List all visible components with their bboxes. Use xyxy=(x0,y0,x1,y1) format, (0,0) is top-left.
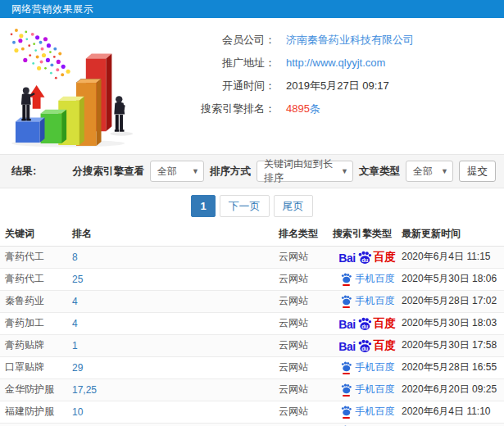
company-field: 会员公司： 济南秦鲁药业科技有限公司 xyxy=(144,33,414,47)
mobile-baidu-logo: 手机百度 xyxy=(340,360,395,374)
engine-type-cell: Baidu百度 xyxy=(333,334,402,356)
growth-arrow-icon xyxy=(29,85,45,109)
engine-type-cell: 手机百度 xyxy=(333,423,402,426)
chevron-down-icon: ▼ xyxy=(192,167,199,175)
last-page-button[interactable]: 尾页 xyxy=(274,195,313,217)
next-page-button[interactable]: 下一页 xyxy=(220,195,270,217)
keyword-cell: 秦鲁药业 xyxy=(0,290,72,312)
rank-cell[interactable]: 25 xyxy=(72,268,279,290)
keyword-cell: 膏药贴牌 xyxy=(0,334,72,356)
updated-cell: 2020年5月30日 18:03 xyxy=(402,312,504,334)
sort-value: 关键词由短到长排序 xyxy=(264,157,336,185)
table-row: 膏药代工 8 云网站 Baidu百度 2020年6月4日 11:15 xyxy=(0,246,504,268)
rank-cell[interactable]: 10 xyxy=(72,401,279,423)
chevron-down-icon: ▼ xyxy=(441,167,448,175)
engine-type-cell: Baidu百度 xyxy=(333,312,402,334)
mobile-baidu-redline xyxy=(343,306,350,308)
filter-bar: 结果: 分搜索引擎查看 全部 ▼ 排序方式 关键词由短到长排序 ▼ 文章类型 全… xyxy=(0,154,504,188)
engine-filter-select[interactable]: 全部 ▼ xyxy=(150,161,204,182)
table-body: 膏药代工 8 云网站 Baidu百度 2020年6月4日 11:15 膏药代工 … xyxy=(0,246,504,426)
engine-filter-label: 分搜索引擎查看 xyxy=(73,165,145,179)
table-row: 膏药代工 25 云网站 手机百度 2020年5月30日 18:06 xyxy=(0,268,504,290)
rank-type-cell: 云网站 xyxy=(279,268,333,290)
col-rank-type: 排名类型 xyxy=(279,223,333,246)
updated-cell xyxy=(402,423,504,426)
engine-type-cell: 手机百度 xyxy=(333,401,402,423)
rank-cell[interactable]: 29 xyxy=(72,356,279,378)
engine-type-cell: 手机百度 xyxy=(333,378,402,401)
rank-type-cell: 云网站 xyxy=(279,246,333,268)
updated-cell: 2020年6月4日 11:15 xyxy=(402,246,504,268)
keyword-cell: 口罩贴牌 xyxy=(0,356,72,378)
rank-type-cell: 云网站 xyxy=(279,378,333,401)
engine-type-cell: 手机百度 xyxy=(333,290,402,312)
updated-cell: 2020年5月30日 18:06 xyxy=(402,268,504,290)
updated-cell: 2020年5月28日 16:55 xyxy=(402,356,504,378)
rank-type-cell: 云网站 xyxy=(279,401,333,423)
svg-text:du: du xyxy=(361,345,368,351)
submit-button[interactable]: 提交 xyxy=(459,161,496,182)
col-rank: 排名 xyxy=(72,223,279,246)
col-engine-type: 搜索引擎类型 xyxy=(333,223,402,246)
baidu-paw-icon: du xyxy=(356,251,373,265)
rank-type-cell: 云网站 xyxy=(279,356,333,378)
account-info-section: 会员公司： 济南秦鲁药业科技有限公司 推广地址： http://www.qlyy… xyxy=(0,18,504,147)
keyword-cell: 福建防护服 xyxy=(0,401,72,423)
rank-cell[interactable]: 8 xyxy=(72,246,279,268)
mobile-baidu-logo: 手机百度 xyxy=(340,383,395,397)
businessman-figure-right xyxy=(114,96,125,132)
rank-cell[interactable]: 4 xyxy=(72,312,279,334)
mobile-baidu-logo: 手机百度 xyxy=(340,294,395,308)
rank-type-cell: 云网站 xyxy=(279,290,333,312)
engine-type-cell: 手机百度 xyxy=(333,356,402,378)
bar-chart-clipart xyxy=(3,26,144,147)
mobile-baidu-paw-icon xyxy=(340,383,352,394)
mobile-baidu-redline xyxy=(343,373,350,374)
chevron-down-icon: ▼ xyxy=(341,167,348,175)
rank-cell[interactable]: 4 xyxy=(72,290,279,312)
company-label: 会员公司： xyxy=(144,33,275,47)
engine-rank-value: 4895条 xyxy=(286,102,320,116)
baidu-logo: Baidu百度 xyxy=(338,250,395,265)
opened-time-value: 2019年5月27日 09:17 xyxy=(286,79,389,93)
article-type-select[interactable]: 全部 ▼ xyxy=(406,161,453,182)
opened-time-label: 开通时间： xyxy=(144,79,275,93)
rank-cell[interactable]: 1 xyxy=(72,334,279,356)
table-row: 秦鲁药业 4 云网站 手机百度 2020年5月28日 17:02 xyxy=(0,290,504,312)
sort-label: 排序方式 xyxy=(210,165,251,179)
table-row: 膏药加工 4 云网站 Baidu百度 2020年5月30日 18:03 xyxy=(0,312,504,334)
rank-type-cell: 云网站 xyxy=(279,312,333,334)
mobile-baidu-paw-icon xyxy=(340,361,352,372)
opened-time-field: 开通时间： 2019年5月27日 09:17 xyxy=(144,79,414,93)
rank-type-cell xyxy=(279,423,333,426)
mobile-baidu-redline xyxy=(343,395,350,397)
updated-cell: 2020年5月28日 17:02 xyxy=(402,290,504,312)
baidu-logo: Baidu百度 xyxy=(338,316,395,331)
sort-select[interactable]: 关键词由短到长排序 ▼ xyxy=(257,161,353,182)
filter-controls: 分搜索引擎查看 全部 ▼ 排序方式 关键词由短到长排序 ▼ 文章类型 全部 ▼ … xyxy=(73,161,497,182)
keyword-cell: 膏药代工 xyxy=(0,268,72,290)
updated-cell: 2020年6月4日 11:10 xyxy=(402,401,504,423)
engine-rank-label: 搜索引擎排名： xyxy=(144,102,275,116)
article-type-value: 全部 xyxy=(413,165,433,179)
company-info: 会员公司： 济南秦鲁药业科技有限公司 推广地址： http://www.qlyy… xyxy=(144,26,414,147)
col-updated: 最新更新时间 xyxy=(402,223,504,246)
mobile-baidu-redline xyxy=(343,284,350,286)
marketing-report-page: 网络营销效果展示 xyxy=(0,0,504,426)
table-row: 手机百度 xyxy=(0,423,504,426)
keyword-cell: 膏药加工 xyxy=(0,312,72,334)
keyword-cell: 金华防护服 xyxy=(0,378,72,401)
table-row: 福建防护服 10 云网站 手机百度 2020年6月4日 11:10 xyxy=(0,401,504,423)
company-link[interactable]: 济南秦鲁药业科技有限公司 xyxy=(286,33,414,47)
updated-cell: 2020年6月20日 09:25 xyxy=(402,378,504,401)
pagination: 1 下一页 尾页 xyxy=(0,195,504,217)
rank-cell[interactable]: 17,25 xyxy=(72,378,279,401)
promo-url-label: 推广地址： xyxy=(144,56,275,70)
table-header-row: 关键词 排名 排名类型 搜索引擎类型 最新更新时间 xyxy=(0,223,504,246)
page-1-button[interactable]: 1 xyxy=(191,195,215,217)
rank-cell[interactable] xyxy=(72,423,279,426)
mobile-baidu-redline xyxy=(343,417,350,419)
promo-url-link[interactable]: http://www.qlyyjt.com xyxy=(286,56,385,70)
keyword-cell xyxy=(0,423,72,426)
baidu-logo: Baidu百度 xyxy=(338,338,395,353)
